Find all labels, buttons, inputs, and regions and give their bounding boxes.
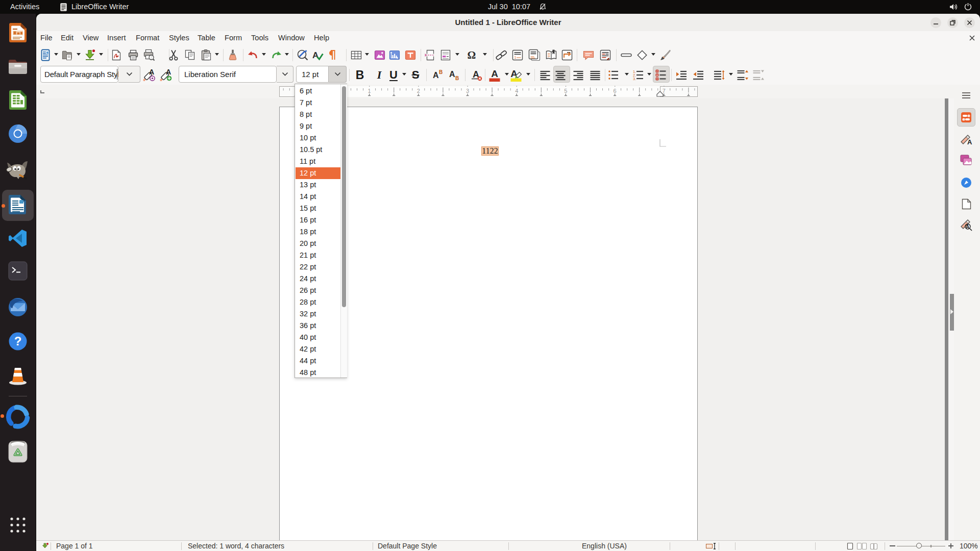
svg-text:A: A bbox=[967, 138, 972, 146]
svg-text:A: A bbox=[149, 68, 154, 76]
svg-text:3: 3 bbox=[466, 88, 469, 94]
svg-text:3.: 3. bbox=[633, 77, 636, 81]
svg-text:B: B bbox=[439, 69, 443, 75]
svg-text:B: B bbox=[455, 76, 459, 81]
svg-text:?: ? bbox=[14, 334, 22, 348]
svg-text:A: A bbox=[312, 51, 318, 60]
svg-text:1: 1 bbox=[368, 88, 371, 94]
svg-text:1: 1 bbox=[514, 56, 517, 59]
svg-text:A: A bbox=[491, 69, 498, 79]
svg-text:5: 5 bbox=[564, 88, 567, 94]
svg-text:6: 6 bbox=[614, 88, 617, 94]
svg-text:4: 4 bbox=[515, 88, 518, 94]
svg-text:A: A bbox=[166, 68, 171, 76]
svg-text:A: A bbox=[433, 71, 439, 80]
svg-text:A: A bbox=[449, 70, 455, 79]
svg-text:Ω: Ω bbox=[468, 49, 476, 61]
svg-text:A: A bbox=[966, 224, 969, 230]
svg-text:2: 2 bbox=[417, 88, 420, 94]
svg-text:7: 7 bbox=[663, 88, 666, 94]
